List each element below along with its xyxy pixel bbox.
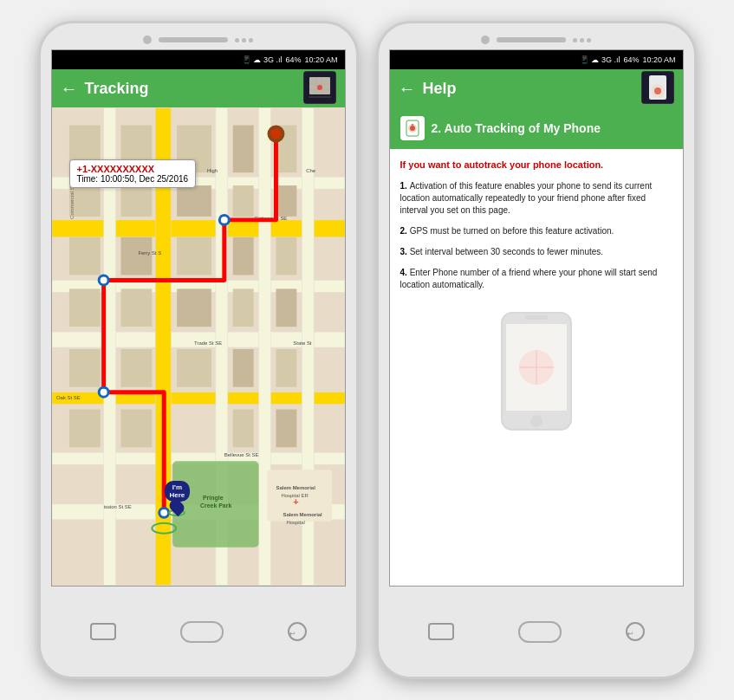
help-item-4-num: 4. — [400, 268, 410, 277]
nav-recent-right[interactable] — [428, 623, 454, 640]
svg-text:ission St SE: ission St SE — [103, 504, 131, 509]
nav-home-left[interactable] — [180, 621, 224, 643]
svg-text:Trade St SE: Trade St SE — [194, 340, 222, 346]
svg-text:Commercial SE: Commercial SE — [68, 183, 74, 218]
svg-point-76 — [100, 389, 107, 396]
app-bar-right: ← Help — [390, 69, 683, 107]
app-bar-left: ← Tracking — [52, 69, 345, 107]
nav-home-right[interactable] — [518, 621, 562, 643]
map-container: Pringle Creek Park — [52, 107, 345, 586]
map-popup: +1-XXXXXXXXXX Time: 10:00:50, Dec 25/201… — [69, 159, 197, 188]
im-here-label: I'm Here — [165, 481, 191, 502]
svg-rect-40 — [177, 349, 211, 387]
tracking-icon — [303, 71, 336, 104]
svg-point-72 — [220, 217, 227, 224]
time-left: 10:20 AM — [304, 55, 337, 64]
help-item-1-num: 1. — [400, 181, 410, 191]
svg-rect-51 — [276, 349, 296, 387]
back-arrow-left[interactable]: ← — [61, 79, 78, 99]
svg-rect-49 — [276, 237, 296, 275]
dots-right — [573, 38, 591, 42]
svg-rect-33 — [120, 288, 152, 327]
app-bar-icon-left — [303, 71, 336, 104]
watermark-graphic — [400, 308, 672, 438]
svg-rect-13 — [52, 392, 345, 405]
battery-right: 64% — [623, 55, 639, 64]
help-item-1: 1. Activation of this feature enables yo… — [400, 180, 672, 217]
svg-rect-37 — [177, 185, 211, 217]
svg-text:Creek Park: Creek Park — [199, 502, 231, 509]
svg-rect-10 — [52, 220, 345, 237]
status-icons-right: 📱 ☁ 3G .ıl — [580, 55, 620, 64]
svg-rect-35 — [120, 410, 152, 448]
im-here-marker: I'm Here — [165, 481, 191, 516]
popup-time: Time: 10:00:50, Dec 25/2016 — [77, 174, 189, 184]
help-body: If you want to autotrack your phone loca… — [390, 149, 683, 449]
status-bar-left: 📱 ☁ 3G .ıl 64% 10:20 AM — [52, 50, 345, 69]
help-item-3-text: Set interval between 30 seconds to fewer… — [410, 247, 603, 256]
svg-text:+: + — [293, 496, 298, 507]
svg-rect-28 — [68, 349, 100, 387]
help-item-4: 4. Enter Phone number of a friend where … — [400, 267, 672, 291]
phone-nav-left: ↩ — [41, 587, 356, 677]
svg-rect-26 — [68, 237, 100, 275]
popup-phone: +1-XXXXXXXXXX — [77, 164, 189, 174]
svg-rect-38 — [177, 237, 211, 275]
help-subtitle: If you want to autotrack your phone loca… — [400, 159, 672, 170]
left-screen: 📱 ☁ 3G .ıl 64% 10:20 AM ← Tracking — [51, 49, 346, 587]
svg-text:Ferry St S: Ferry St S — [138, 250, 161, 256]
phone-top-left — [41, 23, 356, 49]
svg-text:Pringle: Pringle — [202, 495, 223, 502]
right-phone: 📱 ☁ 3G .ıl 64% 10:20 AM ← Help — [376, 21, 697, 679]
help-app-icon — [641, 71, 674, 104]
svg-rect-44 — [232, 288, 253, 327]
svg-rect-29 — [68, 410, 100, 448]
left-phone: 📱 ☁ 3G .ıl 64% 10:20 AM ← Tracking — [38, 21, 359, 679]
svg-rect-50 — [276, 288, 296, 327]
svg-rect-46 — [232, 410, 253, 448]
svg-text:Che: Che — [306, 168, 316, 173]
speaker-left — [159, 37, 228, 42]
svg-text:Salem Memorial: Salem Memorial — [283, 512, 322, 517]
nav-recent-left[interactable] — [90, 623, 116, 640]
camera-right — [481, 36, 490, 44]
svg-rect-90 — [525, 315, 548, 320]
svg-text:Oak St SE: Oak St SE — [55, 395, 80, 400]
svg-rect-7 — [309, 96, 331, 98]
time-right: 10:20 AM — [642, 55, 675, 64]
svg-text:State St: State St — [293, 340, 312, 346]
svg-rect-52 — [276, 410, 296, 448]
page-title-right: Help — [423, 80, 457, 98]
svg-rect-31 — [120, 185, 152, 217]
svg-rect-45 — [232, 349, 253, 387]
svg-point-6 — [317, 85, 322, 90]
right-screen: 📱 ☁ 3G .ıl 64% 10:20 AM ← Help — [389, 49, 684, 587]
help-item-2-text: GPS must be turned on before this featur… — [410, 226, 614, 236]
section-title: 2. Auto Tracking of My Phone — [432, 121, 601, 135]
svg-rect-34 — [120, 349, 152, 387]
svg-rect-27 — [68, 288, 100, 327]
svg-point-70 — [270, 128, 281, 139]
svg-point-83 — [654, 88, 661, 94]
speaker-right — [497, 37, 566, 42]
status-icons-left: 📱 ☁ 3G .ıl — [242, 55, 283, 64]
help-item-1-text: Activation of this feature enables your … — [400, 181, 653, 215]
help-item-2: 2. GPS must be turned on before this fea… — [400, 225, 672, 237]
nav-back-left[interactable]: ↩ — [288, 622, 307, 641]
app-bar-icon-right — [641, 71, 674, 104]
page-title-left: Tracking — [85, 80, 149, 98]
svg-text:Hospital: Hospital — [286, 520, 305, 525]
nav-back-right[interactable]: ↩ — [626, 622, 645, 641]
svg-point-74 — [100, 276, 107, 283]
help-section-icon — [400, 116, 425, 140]
help-content: 2. Auto Tracking of My Phone If you want… — [390, 107, 683, 586]
svg-text:High: High — [206, 168, 217, 173]
help-item-3-num: 3. — [400, 247, 410, 256]
svg-rect-39 — [177, 288, 211, 327]
help-item-2-num: 2. — [400, 226, 410, 236]
svg-rect-42 — [232, 185, 253, 217]
back-arrow-right[interactable]: ← — [399, 79, 416, 99]
camera-left — [143, 36, 152, 44]
svg-rect-32 — [120, 237, 152, 275]
dots-left — [235, 38, 253, 42]
